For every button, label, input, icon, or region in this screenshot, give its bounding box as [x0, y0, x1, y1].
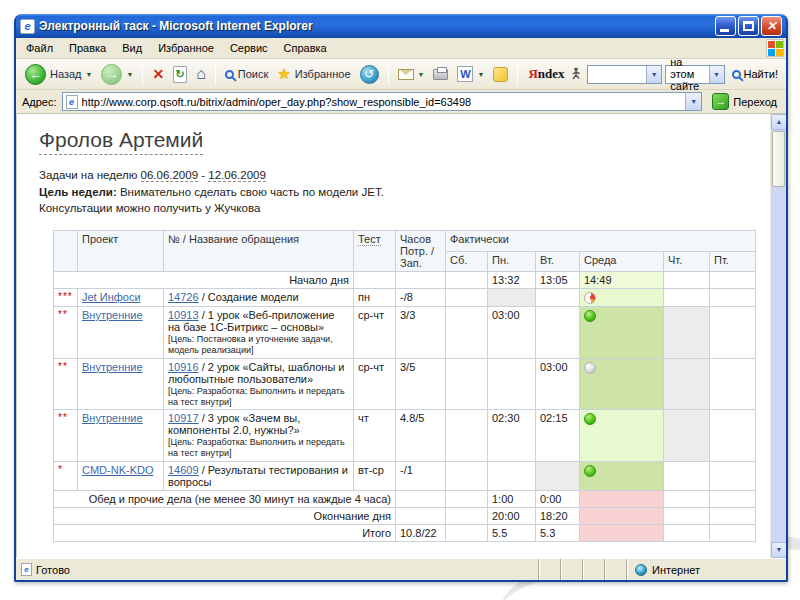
edit-dropdown-icon[interactable]: ▼: [477, 71, 484, 78]
day-header-tue: Вт.: [536, 251, 580, 272]
scrollbar-thumb[interactable]: [772, 131, 785, 187]
date-from-link[interactable]: 06.06.2009: [141, 169, 199, 182]
priority-stars: **: [54, 358, 78, 410]
task-number-link[interactable]: 10916: [168, 361, 199, 373]
task-mon: 02:30: [488, 410, 536, 462]
history-icon: ↺: [360, 65, 379, 84]
history-button[interactable]: ↺: [357, 63, 382, 86]
task-number-link[interactable]: 10917: [168, 412, 199, 424]
toolbar-separator: [142, 63, 143, 85]
task-row: ** Внутренние 10916 / 2 урок «Сайты, шаб…: [54, 358, 756, 410]
scope-dropdown-icon[interactable]: ▼: [709, 66, 724, 83]
status-page-icon: e: [21, 563, 32, 576]
edit-word-button[interactable]: W ▼: [454, 64, 487, 84]
go-icon: →: [712, 93, 729, 110]
minimize-button[interactable]: [715, 16, 736, 36]
task-mon: [488, 289, 536, 307]
menu-help[interactable]: Справка: [276, 40, 335, 56]
day-header-mon: Пн.: [488, 251, 536, 272]
task-test-days: ср-чт: [354, 358, 396, 410]
mail-button[interactable]: ▼: [395, 67, 428, 82]
menu-edit[interactable]: Правка: [61, 40, 114, 56]
find-button[interactable]: Найти!: [728, 66, 782, 82]
address-dropdown-icon[interactable]: ▼: [685, 93, 701, 110]
project-link[interactable]: Jet Инфоси: [82, 291, 141, 303]
task-row: * CMD-NK-KDO 14609 / Результаты тестиров…: [54, 461, 756, 490]
back-label: Назад: [50, 68, 82, 80]
project-link[interactable]: Внутренние: [82, 361, 143, 373]
print-icon: [433, 69, 448, 80]
priority-header: [54, 231, 78, 272]
refresh-button[interactable]: ↻: [170, 64, 190, 85]
scrollbar-up-icon[interactable]: ▲: [771, 114, 786, 130]
task-number-link[interactable]: 14609: [168, 464, 199, 476]
day-start-row: Начало дня 13:32 13:05 14:49: [54, 272, 756, 289]
yandex-logo: Яndex: [528, 66, 564, 82]
yandex-dropdown-icon[interactable]: ▼: [646, 66, 661, 83]
status-zone: Интернет: [626, 559, 786, 580]
refresh-icon: ↻: [173, 66, 187, 83]
project-link[interactable]: Внутренние: [82, 412, 143, 424]
menu-tools[interactable]: Сервис: [222, 40, 276, 56]
messenger-button[interactable]: [490, 65, 511, 84]
date-to-link[interactable]: 12.06.2009: [208, 169, 266, 182]
menu-view[interactable]: Вид: [114, 40, 150, 56]
go-button[interactable]: → Переход: [707, 92, 782, 111]
internet-globe-icon: [635, 564, 647, 576]
priority-stars: **: [54, 307, 78, 359]
hours-header: Часов Потр. /Зап.: [396, 231, 446, 272]
task-number-link[interactable]: 14726: [168, 291, 199, 303]
vertical-scrollbar[interactable]: ▲ ▼: [770, 114, 786, 558]
person-name-link[interactable]: Фролов Артемий: [39, 128, 203, 155]
task-goal: [Цель: Разработка: Выполнить и передать …: [168, 437, 349, 459]
priority-stars: ***: [54, 289, 78, 307]
print-button[interactable]: [430, 67, 451, 82]
task-tue: 02:15: [536, 410, 580, 462]
back-dropdown-icon[interactable]: ▼: [86, 71, 93, 78]
search-label: Поиск: [238, 68, 268, 80]
search-button[interactable]: Поиск: [222, 66, 271, 82]
silver-status-icon: [584, 362, 596, 374]
windows-logo-icon: [766, 39, 784, 57]
address-input[interactable]: e http://www.corp.qsoft.ru/bitrix/admin/…: [62, 92, 703, 111]
favorites-button[interactable]: ★ Избранное: [274, 63, 353, 85]
find-label: Найти!: [744, 68, 778, 80]
minimize-icon: [720, 29, 729, 32]
search-scope-select[interactable]: на этом сайте ▼: [665, 65, 724, 84]
home-button[interactable]: ⌂: [193, 63, 209, 85]
desktop: e Электронный таск - Microsoft Internet …: [0, 0, 800, 600]
task-hours: -/1: [396, 461, 446, 490]
yandex-search-input[interactable]: ▼: [587, 65, 663, 84]
toolbar-separator: [215, 63, 216, 85]
scrollbar-down-icon[interactable]: ▼: [771, 542, 786, 558]
browser-window: e Электронный таск - Microsoft Internet …: [14, 14, 788, 582]
back-button[interactable]: ← Назад ▼: [22, 62, 95, 87]
project-link[interactable]: Внутренние: [82, 309, 143, 321]
edit-word-icon: W: [457, 66, 473, 82]
lunch-tue: 0:00: [536, 490, 580, 507]
task-wed-status: [580, 461, 664, 490]
close-button[interactable]: ✕: [761, 16, 782, 36]
menu-file[interactable]: Файл: [18, 40, 61, 56]
close-icon: ✕: [762, 17, 781, 35]
menu-favorites[interactable]: Избранное: [150, 40, 222, 56]
day-end-row: Окончание дня 20:00 18:20: [54, 507, 756, 524]
address-page-icon: e: [66, 95, 78, 109]
stop-button[interactable]: ✕: [149, 64, 167, 84]
task-test-days: вт-ср: [354, 461, 396, 490]
yandex-ya-letter: Я: [528, 66, 537, 81]
goal-text: Внимательно сделать свою часть по модели…: [117, 186, 384, 198]
status-left: e Готово: [16, 559, 538, 580]
task-number-link[interactable]: 10913: [168, 309, 199, 321]
actual-header: Фактически: [446, 231, 756, 252]
stop-icon: ✕: [152, 66, 164, 82]
green-status-icon: [584, 310, 596, 322]
task-wed-status: [580, 307, 664, 359]
maximize-button[interactable]: [738, 16, 759, 36]
forward-button[interactable]: → ▼: [98, 62, 136, 87]
day-end-wed: [580, 507, 664, 524]
status-zone-text: Интернет: [652, 564, 700, 576]
status-segment: [538, 559, 560, 580]
mail-dropdown-icon[interactable]: ▼: [418, 71, 425, 78]
project-link[interactable]: CMD-NK-KDO: [82, 464, 154, 476]
